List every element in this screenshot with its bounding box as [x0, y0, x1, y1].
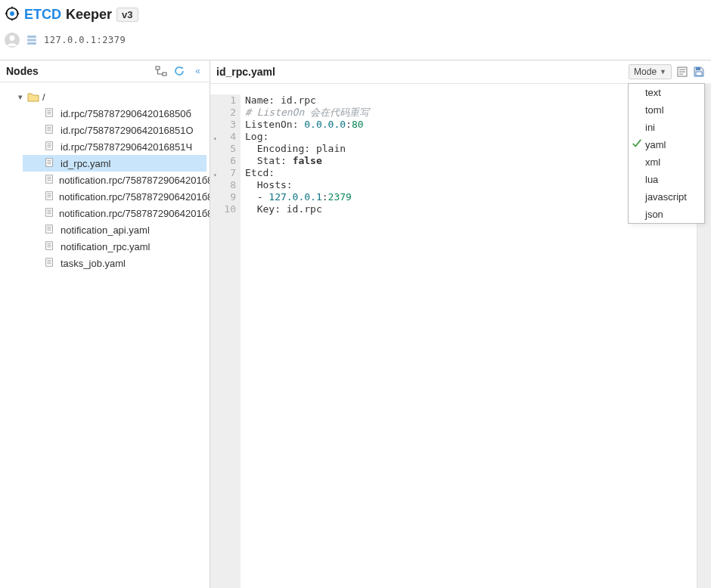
brand-etcd: ETCD [24, 7, 61, 23]
svg-rect-11 [156, 67, 160, 70]
gutter-line: 5 [215, 143, 236, 155]
tree-item[interactable]: notification_rpc.yaml [23, 238, 206, 255]
tree-item-label: notification.rpc/75878729064201б8… [59, 175, 210, 186]
file-icon [44, 224, 56, 236]
tree-root[interactable]: ▾ / [3, 88, 206, 105]
mode-option[interactable]: toml [629, 101, 704, 119]
svg-rect-9 [27, 39, 36, 42]
file-icon [44, 190, 54, 203]
gutter-line: 8 [215, 179, 236, 191]
mode-option-label: text [645, 87, 661, 98]
svg-rect-57 [696, 67, 700, 70]
tree-expand-icon[interactable]: ▾ [17, 92, 24, 102]
mode-option[interactable]: lua [629, 171, 704, 188]
file-icon [44, 240, 56, 252]
gutter-line: 2 [215, 107, 236, 119]
mode-option-label: yaml [645, 139, 666, 150]
nodes-panel-title: Nodes [6, 65, 39, 77]
tree-settings-icon[interactable] [155, 65, 167, 77]
server-icon[interactable] [26, 34, 38, 46]
brand-title: ETCD Keeper v3 [24, 7, 138, 23]
file-icon [44, 124, 56, 136]
tree-item-label: notification.rpc/75878729064201б8… [59, 208, 210, 219]
tree-item-label: id_rpc.yaml [61, 158, 110, 169]
gutter-line: 4▾ [215, 131, 236, 143]
caret-down-icon: ▼ [660, 68, 666, 76]
address-row: 127.0.0.1:2379 [0, 26, 711, 60]
file-icon [44, 141, 56, 153]
main-split: Nodes « [0, 60, 711, 588]
brand-keeper: Keeper [66, 7, 112, 23]
gutter-line: 1 [215, 94, 236, 107]
brand-bar: ETCD Keeper v3 [0, 0, 711, 26]
version-badge: v3 [116, 8, 138, 22]
mode-option-label: javascript [645, 191, 687, 203]
mode-option[interactable]: javascript [629, 188, 704, 206]
mode-dropdown-button[interactable]: Mode ▼ [629, 64, 672, 79]
svg-rect-8 [27, 36, 36, 38]
tree-item-label: id.rpc/758787290642016851О [61, 125, 194, 136]
tree-item[interactable]: notification.rpc/75878729064201б8… [23, 188, 206, 205]
tree-item-label: tasks_job.yaml [61, 258, 126, 269]
nodes-panel-header: Nodes « [0, 60, 210, 82]
nodes-panel: Nodes « [0, 60, 210, 588]
gutter-line: 7▾ [215, 167, 236, 179]
svg-point-7 [10, 36, 15, 41]
tree-item[interactable]: notification.rpc/75878729064201б8… [23, 172, 206, 188]
mode-option-label: toml [645, 104, 664, 116]
editor-gutter: 1234▾567▾8910 [210, 94, 241, 588]
mode-option[interactable]: yaml [629, 136, 704, 153]
refresh-icon[interactable] [173, 65, 185, 77]
format-icon[interactable] [676, 66, 688, 78]
collapse-panel-icon[interactable]: « [191, 65, 203, 77]
file-icon [44, 157, 56, 169]
gutter-line: 10 [215, 203, 236, 215]
editor-title: id_rpc.yaml [216, 66, 275, 78]
gutter-line: 3 [215, 119, 236, 131]
tree-item[interactable]: id.rpc/758787290642016851Ч [23, 138, 206, 155]
file-icon [44, 174, 54, 186]
mode-dropdown-menu[interactable]: texttomlini yamlxmlluajavascriptjson [628, 83, 705, 224]
tree-item-label: notification_rpc.yaml [61, 241, 151, 252]
mode-option[interactable]: xml [629, 153, 704, 171]
check-icon [632, 138, 642, 151]
logo-icon [5, 6, 20, 23]
folder-icon [27, 91, 39, 103]
mode-option[interactable]: ini [629, 119, 704, 136]
tree-item[interactable]: tasks_job.yaml [23, 255, 206, 271]
file-icon [44, 107, 56, 119]
tree-item-label: id.rpc/758787290642016851Ч [61, 141, 192, 153]
editor-panel: id_rpc.yaml Mode ▼ [210, 60, 711, 588]
user-avatar-icon[interactable] [5, 32, 20, 48]
tree-item-label: notification.rpc/75878729064201б8… [59, 191, 210, 203]
mode-option[interactable]: json [629, 206, 704, 223]
mode-option-label: lua [645, 174, 658, 185]
file-icon [44, 207, 54, 219]
tree-item[interactable]: notification.rpc/75878729064201б8… [23, 205, 206, 221]
gutter-line: 9 [215, 191, 236, 203]
tree: ▾ / id.rpc/758787290642016850б id.rpc/75… [0, 82, 210, 277]
mode-option[interactable]: text [629, 84, 704, 101]
tree-root-label: / [42, 91, 45, 103]
tree-item[interactable]: id.rpc/758787290642016851О [23, 122, 206, 138]
editor-panel-header: id_rpc.yaml Mode ▼ [210, 60, 711, 84]
svg-rect-58 [696, 72, 702, 76]
tree-item[interactable]: id_rpc.yaml [23, 155, 206, 172]
mode-dropdown-label: Mode [634, 67, 657, 77]
save-icon[interactable] [693, 66, 705, 78]
svg-point-1 [10, 11, 14, 16]
tree-item[interactable]: notification_api.yaml [23, 221, 206, 238]
svg-rect-10 [27, 42, 36, 45]
mode-option-label: xml [645, 156, 660, 168]
file-icon [44, 257, 56, 269]
tree-item[interactable]: id.rpc/758787290642016850б [23, 105, 206, 122]
server-address[interactable]: 127.0.0.1:2379 [44, 35, 126, 45]
tree-item-label: notification_api.yaml [61, 224, 150, 236]
tree-item-label: id.rpc/758787290642016850б [61, 108, 191, 119]
mode-option-label: json [645, 209, 663, 220]
gutter-line: 6 [215, 155, 236, 167]
mode-option-label: ini [645, 122, 655, 133]
svg-rect-12 [163, 73, 166, 76]
